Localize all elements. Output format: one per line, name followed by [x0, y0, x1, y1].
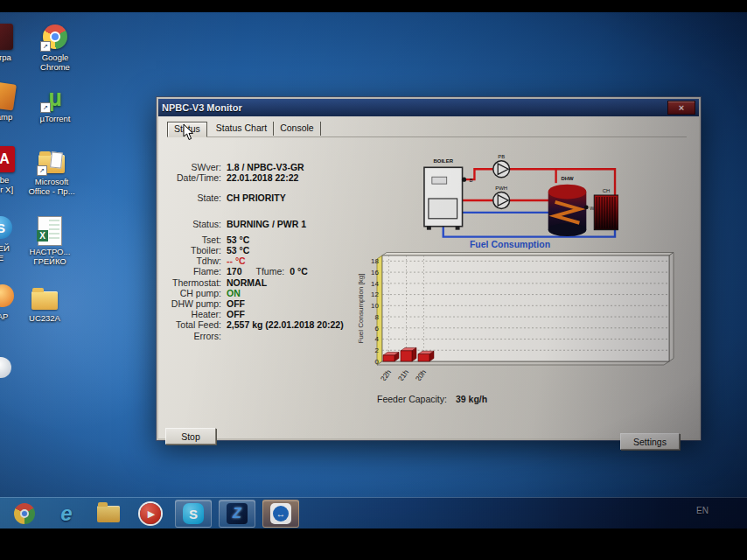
chart-title: Fuel Consumption	[368, 239, 652, 249]
folder-icon	[31, 291, 58, 310]
desktop-icon-partial-6[interactable]	[0, 354, 26, 382]
file-explorer-icon	[97, 506, 120, 522]
desktop-icon-excel-file[interactable]: НАСТРО... ГРЕЙКО	[24, 217, 75, 266]
window-title: NPBC-V3 Monitor	[162, 102, 667, 113]
settings-button[interactable]: Settings	[620, 433, 680, 450]
svg-text:18: 18	[371, 257, 379, 265]
svg-text:0: 0	[375, 358, 380, 366]
boiler-sensor-dot	[462, 178, 466, 182]
tank-sensor-dot	[584, 206, 589, 210]
svg-text:14: 14	[371, 280, 379, 288]
status-row: Status:BURNING / PWR 1	[160, 219, 422, 229]
tab-status-chart[interactable]: Status Chart	[210, 122, 274, 136]
close-button[interactable]	[667, 101, 695, 115]
svg-text:6: 6	[375, 325, 380, 332]
shortcut-arrow-icon	[40, 41, 51, 52]
language-indicator[interactable]: EN	[696, 506, 709, 515]
tab-console[interactable]: Console	[274, 122, 321, 136]
desktop-icon-utorrent[interactable]: µTorrent	[30, 84, 80, 123]
desktop-icon-label: µTorrent	[39, 114, 70, 123]
excel-file-icon	[38, 216, 62, 246]
status-row: State:CH PRIORITY	[160, 192, 422, 203]
status-row: Date/Time:22.01.2018 22:22	[160, 172, 422, 183]
adobe-reader-icon	[0, 146, 15, 172]
pump-ch-label: PB	[498, 154, 505, 159]
taskbar-internet-explorer[interactable]	[49, 500, 84, 527]
desktop-icon-partial-5[interactable]: АР	[0, 282, 28, 321]
taskbar-npbc-app[interactable]	[219, 500, 255, 528]
supply-pipe	[463, 169, 615, 195]
taskbar-teamviewer[interactable]	[262, 500, 299, 528]
svg-text:12: 12	[371, 290, 379, 298]
app-icon	[0, 357, 11, 378]
taskbar: EN	[0, 497, 747, 528]
photo-of-laptop-screen: Google Chrome µTorrent Microsoft Office …	[0, 0, 747, 560]
boiler-display	[432, 177, 447, 184]
desktop-icon-partial-3[interactable]: be er X]	[0, 145, 30, 194]
svg-text:16: 16	[371, 269, 379, 276]
app-icon	[0, 24, 13, 50]
stop-button[interactable]: Stop	[165, 428, 216, 444]
window-client-area: Status Status Chart Console SWver:1.8 / …	[158, 116, 699, 438]
desktop-icon-label: Microsoft Office - Пр...	[28, 177, 74, 196]
svg-text:21h: 21h	[396, 368, 410, 381]
media-player-icon	[140, 503, 161, 524]
desktop-icon-partial-1[interactable]: стра	[0, 23, 28, 62]
tab-status[interactable]: Status	[167, 122, 207, 137]
teamviewer-icon	[270, 503, 291, 524]
svg-text:Fuel Consumption [kg]: Fuel Consumption [kg]	[357, 273, 365, 343]
boiler-sensor-label: B	[469, 178, 472, 183]
app-icon	[0, 284, 14, 307]
shortcut-arrow-icon	[40, 102, 51, 113]
desktop-icon-label: Google Chrome	[40, 52, 70, 72]
taskbar-media-player[interactable]	[133, 500, 168, 527]
chrome-icon	[14, 503, 35, 524]
hydraulic-diagram: B BOILER PB PWH WH DHW	[417, 151, 618, 242]
svg-text:22h: 22h	[379, 368, 393, 381]
app-icon	[0, 81, 17, 110]
chart-bar	[418, 351, 434, 361]
shortcut-arrow-icon	[37, 165, 47, 176]
app-icon	[0, 216, 12, 239]
boiler-label: BOILER	[434, 158, 454, 164]
npbc-monitor-window: NPBC-V3 Monitor Status Status Chart Cons…	[156, 96, 702, 441]
feeder-capacity: Feeder Capacity:39 kg/h	[377, 394, 487, 404]
pump-dhw-label: PWH	[495, 186, 507, 191]
fuel-consumption-chart: 02468101214161822h21h20hFuel Consumption…	[356, 249, 678, 381]
desktop-icon-label: UC232A	[29, 313, 60, 323]
internet-explorer-icon	[60, 501, 72, 526]
desktop-icon-chrome[interactable]: Google Chrome	[30, 23, 80, 72]
status-row: SWver:1.8 / NPBC-V3-GR	[160, 162, 422, 172]
chart-bar	[383, 352, 399, 361]
desktop-icon-partial-4[interactable]: ЧЕЙ Е	[0, 214, 26, 262]
tab-strip: Status Status Chart Console	[167, 122, 687, 137]
window-titlebar[interactable]: NPBC-V3 Monitor	[158, 99, 699, 116]
boiler-door	[429, 199, 457, 219]
svg-text:20h: 20h	[414, 368, 428, 381]
return-pipe-main	[443, 225, 615, 237]
npbc-app-icon	[227, 503, 248, 524]
taskbar-skype[interactable]	[175, 500, 212, 528]
svg-text:2: 2	[375, 346, 380, 354]
desktop-icon-partial-2[interactable]: amp	[0, 82, 30, 122]
svg-text:10: 10	[371, 302, 379, 310]
desktop-icon-office-folder[interactable]: Microsoft Office - Пр...	[26, 147, 77, 196]
svg-text:4: 4	[375, 335, 380, 343]
chart-bar	[401, 347, 416, 361]
svg-text:8: 8	[375, 313, 380, 321]
desktop-icon-label: НАСТРО... ГРЕЙКО	[30, 247, 71, 266]
radiator-label: CH	[603, 188, 611, 193]
taskbar-chrome[interactable]	[7, 500, 42, 527]
desktop: Google Chrome µTorrent Microsoft Office …	[0, 12, 747, 528]
feeder-capacity-value: 39 kg/h	[456, 394, 487, 404]
taskbar-file-explorer[interactable]	[91, 500, 126, 527]
skype-icon	[183, 503, 204, 524]
tank-label: DHW	[561, 176, 574, 181]
feeder-capacity-label: Feeder Capacity:	[377, 394, 447, 404]
